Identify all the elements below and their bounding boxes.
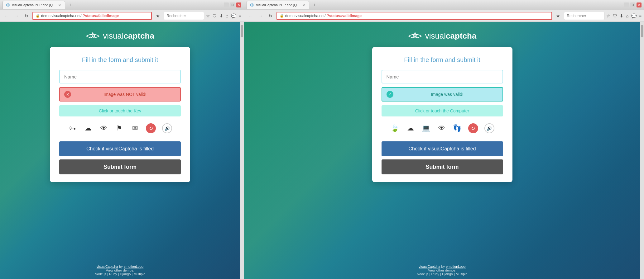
right-scrollbar[interactable] [640, 22, 644, 279]
right-menu-icon[interactable]: ≡ [639, 13, 642, 18]
left-status-icon: ✕ [64, 91, 71, 98]
right-icon-foot[interactable]: 👣 [453, 124, 462, 132]
left-close[interactable]: ✕ [236, 2, 241, 7]
right-scroll-thumb[interactable] [641, 25, 643, 37]
right-search-input[interactable] [564, 12, 604, 20]
right-footer-line2: View other demos: [417, 268, 468, 272]
right-address-bar[interactable]: 🔒 demo.visualcaptcha.net/ ?status=validI… [276, 12, 552, 20]
left-refresh-captcha[interactable]: ↻ [146, 123, 156, 133]
left-nav-bar: ← → ↻ 🔒 demo.visualcaptcha.net/ ?status=… [0, 10, 244, 22]
tab-favicon-left [6, 3, 10, 7]
left-home-btn[interactable]: ★ [154, 12, 162, 20]
right-browser: visualCaptcha PHP and jQ... ✕ + ─ □ ✕ ← … [244, 0, 644, 279]
left-status-message: ✕ Image was NOT valid! [59, 87, 181, 102]
left-icon-key[interactable]: 🗝 [68, 124, 77, 132]
left-icon-mail[interactable]: ✉ [130, 124, 140, 132]
right-sound-btn[interactable]: 🔊 [484, 123, 494, 133]
left-scroll-thumb[interactable] [241, 25, 243, 37]
left-submit-button[interactable]: Submit form [59, 159, 181, 174]
right-new-tab[interactable]: + [310, 1, 318, 9]
left-chat-icon[interactable]: 💬 [231, 13, 236, 18]
left-tab-close[interactable]: ✕ [57, 3, 62, 7]
right-tab-favicon [250, 3, 254, 7]
left-refresh-btn[interactable]: ↻ [22, 12, 31, 20]
right-window-controls: ─ □ ✕ [624, 2, 642, 7]
left-logo-icon [86, 32, 100, 40]
right-icon-eye[interactable]: 👁 [437, 124, 446, 132]
right-refresh-btn[interactable]: ↻ [267, 12, 275, 20]
right-logo-icon [408, 32, 422, 40]
right-footer-line1: visualCaptcha by emotionLoop [417, 265, 468, 268]
left-title-bar: visualCaptcha PHP and jQ... ✕ + ─ □ ✕ [0, 0, 244, 10]
right-forward-btn[interactable]: → [257, 12, 265, 20]
right-bookmark-icon[interactable]: ☆ [606, 13, 610, 18]
left-browser-body: visualcaptcha Fill in the form and submi… [0, 22, 244, 279]
right-title-bar: visualCaptcha PHP and jQ... ✕ + ─ □ ✕ [244, 0, 644, 10]
left-name-input[interactable] [59, 70, 181, 83]
right-footer-by: by [441, 265, 446, 268]
left-menu-icon[interactable]: ≡ [239, 13, 241, 18]
right-check-button[interactable]: Check if visualCaptcha is filled [382, 141, 503, 156]
left-logo-visual: visual [103, 31, 123, 40]
right-content: visualcaptcha Fill in the form and submi… [244, 22, 640, 279]
right-footer-el-link[interactable]: emotionLoop [446, 265, 466, 268]
left-back-btn[interactable]: ← [2, 12, 11, 20]
right-logo-text: visualcaptcha [425, 31, 477, 41]
left-bookmark-icon[interactable]: ☆ [206, 13, 210, 18]
left-icon-flag[interactable]: ⚑ [115, 124, 124, 132]
right-tab[interactable]: visualCaptcha PHP and jQ... ✕ [247, 1, 309, 9]
left-forward-btn[interactable]: → [12, 12, 21, 20]
left-nav-icons: ☆ 🛡 ⬇ ⌂ 💬 ≡ [206, 13, 241, 18]
right-browser-body: visualcaptcha Fill in the form and submi… [244, 22, 644, 279]
right-icon-leaf[interactable]: 🍃 [390, 124, 400, 132]
left-minimize[interactable]: ─ [224, 2, 229, 7]
right-home-btn[interactable]: ★ [554, 12, 562, 20]
left-sound-btn[interactable]: 🔊 [162, 123, 172, 133]
right-download-icon[interactable]: ⬇ [620, 13, 623, 18]
svg-point-1 [7, 4, 9, 6]
right-url-base: demo.visualcaptcha.net/ [285, 14, 325, 18]
left-browser: visualCaptcha PHP and jQ... ✕ + ─ □ ✕ ← … [0, 0, 244, 279]
left-scrollbar[interactable] [240, 22, 244, 279]
left-new-tab[interactable]: + [66, 1, 74, 9]
left-address-bar[interactable]: 🔒 demo.visualcaptcha.net/ ?status=failed… [32, 12, 152, 20]
right-maximize[interactable]: □ [630, 2, 635, 7]
right-back-btn[interactable]: ← [247, 12, 255, 20]
right-footer-vc-link[interactable]: visualCaptcha [419, 265, 440, 268]
right-tab-close[interactable]: ✕ [301, 3, 306, 7]
left-nav-home-icon[interactable]: ⌂ [226, 13, 228, 18]
right-icon-laptop[interactable]: 💻 [421, 124, 431, 132]
left-icons-row: 🗝 ☁ 👁 ⚑ ✉ ↻ 🔊 [59, 121, 181, 136]
right-status-text: Image was valid! [396, 92, 498, 97]
left-download-icon[interactable]: ⬇ [219, 13, 223, 18]
right-refresh-captcha[interactable]: ↻ [468, 123, 478, 133]
right-nav-home-icon[interactable]: ⌂ [626, 13, 628, 18]
left-window-controls: ─ □ ✕ [224, 2, 241, 7]
right-submit-button[interactable]: Submit form [382, 159, 503, 174]
right-minimize[interactable]: ─ [624, 2, 629, 7]
right-name-input[interactable] [382, 70, 503, 83]
right-shield-icon[interactable]: 🛡 [613, 13, 617, 18]
left-card: Fill in the form and submit it ✕ Image w… [50, 47, 190, 182]
right-status-message: ✓ Image was valid! [382, 87, 503, 102]
left-footer-by: by [119, 265, 124, 268]
left-maximize[interactable]: □ [230, 2, 235, 7]
left-logo-captcha: captcha [124, 31, 154, 40]
right-captcha-label[interactable]: Click or touch the Computer [382, 105, 503, 116]
right-chat-icon[interactable]: 💬 [631, 13, 637, 18]
right-close[interactable]: ✕ [637, 2, 642, 7]
left-footer: visualCaptcha by emotionLoop View other … [95, 265, 146, 276]
left-footer-el-link[interactable]: emotionLoop [124, 265, 144, 268]
left-tab[interactable]: visualCaptcha PHP and jQ... ✕ [2, 1, 65, 9]
left-footer-vc-link[interactable]: visualCaptcha [97, 265, 118, 268]
left-shield-icon[interactable]: 🛡 [213, 13, 217, 18]
left-captcha-label[interactable]: Click or touch the Key [59, 105, 181, 116]
right-nav-icons: ☆ 🛡 ⬇ ⌂ 💬 ≡ [606, 13, 642, 18]
left-check-button[interactable]: Check if visualCaptcha is filled [59, 141, 181, 156]
left-icon-cloud[interactable]: ☁ [84, 124, 93, 132]
right-icon-cloud[interactable]: ☁ [406, 124, 415, 132]
right-status-icon: ✓ [387, 91, 393, 98]
left-search-input[interactable] [164, 12, 204, 20]
left-icon-eye[interactable]: 👁 [99, 124, 108, 132]
right-footer: visualCaptcha by emotionLoop View other … [417, 265, 468, 276]
